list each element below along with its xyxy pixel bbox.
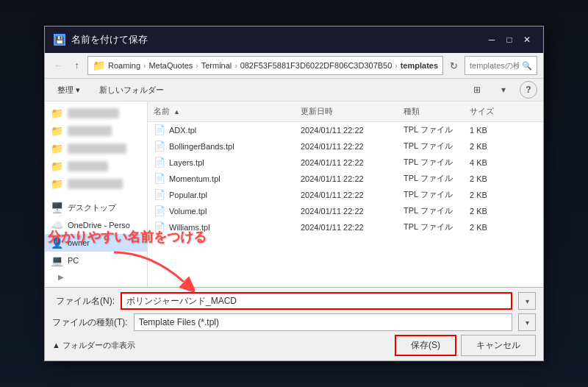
close-button[interactable]: ✕ (520, 32, 534, 47)
left-panel-blurred-5[interactable]: 📁 (45, 175, 147, 193)
refresh-button[interactable]: ↻ (446, 56, 462, 75)
dialog-icon: 💾 (54, 34, 65, 46)
file-icon-volume: 📄 (154, 205, 165, 216)
file-date-layers: 2024/01/11 22:22 (295, 158, 398, 167)
filename-input[interactable] (121, 292, 512, 310)
dialog-overlay: 💾 名前を付けて保存 ─ □ ✕ ← ↑ 📁 Roaming › MetaQuo… (0, 0, 588, 387)
action-toolbar: 整理 ▾ 新しいフォルダー ⊞ ▾ ? (45, 79, 543, 102)
file-icon-momentum: 📄 (154, 173, 165, 184)
pc-icon: 💻 (51, 255, 63, 266)
up-button[interactable]: ↑ (69, 57, 85, 74)
action-row: ▲ フォルダーの非表示 保存(S) キャンセル (52, 335, 536, 356)
sort-asc-icon: ▲ (173, 108, 180, 116)
action-buttons: 保存(S) キャンセル (395, 335, 536, 356)
folder-toggle-button[interactable]: ▲ フォルダーの非表示 (52, 340, 135, 351)
title-bar-controls: ─ □ ✕ (484, 32, 534, 47)
address-segment-id: 082F53F5881F3D6022DF806C3D307B50 (240, 61, 392, 70)
file-date-volume: 2024/01/11 22:22 (295, 207, 398, 216)
file-name-williams: 📄 Williams.tpl (148, 221, 295, 232)
sidebar-item-onedrive[interactable]: ☁️ OneDrive - Perso (45, 216, 147, 234)
minimize-button[interactable]: ─ (484, 32, 499, 47)
search-icon: 🔍 (522, 61, 532, 71)
file-row-momentum[interactable]: 📄 Momentum.tpl 2024/01/11 22:22 TPL ファイル… (148, 171, 543, 187)
file-icon-bollinger: 📄 (154, 141, 165, 152)
view-button[interactable]: ⊞ (467, 81, 487, 99)
file-size-layers: 4 KB (464, 158, 508, 167)
blurred-label (68, 143, 126, 154)
column-header-date[interactable]: 更新日時 (295, 104, 398, 118)
file-icon-williams: 📄 (154, 221, 165, 232)
filename-dropdown-button[interactable]: ▾ (518, 292, 536, 310)
folder-icon: 📁 (51, 125, 63, 137)
search-box[interactable]: 🔍 (465, 56, 537, 75)
save-button[interactable]: 保存(S) (395, 335, 456, 356)
back-button[interactable]: ← (51, 57, 66, 74)
blurred-label (68, 179, 123, 189)
left-panel-blurred-1[interactable]: 📁 (45, 104, 147, 122)
column-header-size[interactable]: サイズ (464, 104, 508, 118)
maximize-button[interactable]: □ (502, 32, 517, 47)
file-name-momentum: 📄 Momentum.tpl (148, 173, 295, 184)
new-folder-button[interactable]: 新しいフォルダー (93, 82, 171, 99)
left-panel-blurred-4[interactable]: 📁 (45, 157, 147, 175)
column-header-name[interactable]: 名前 ▲ (148, 104, 295, 118)
file-date-popular: 2024/01/11 22:22 (295, 191, 398, 199)
file-row-williams[interactable]: 📄 Williams.tpl 2024/01/11 22:22 TPL ファイル… (148, 219, 543, 235)
sidebar-item-desktop[interactable]: 🖥️ デスクトップ (45, 199, 147, 216)
filetype-select[interactable]: Template Files (*.tpl) (134, 313, 512, 331)
title-bar: 💾 名前を付けて保存 ─ □ ✕ (45, 26, 543, 53)
sidebar-item-owner[interactable]: 👤 owner (45, 234, 147, 252)
filename-label: ファイル名(N): (52, 295, 115, 308)
search-input[interactable] (470, 61, 519, 70)
file-date-adx: 2024/01/11 22:22 (295, 126, 398, 135)
file-date-bollinger: 2024/01/11 22:22 (295, 142, 398, 151)
navigation-toolbar: ← ↑ 📁 Roaming › MetaQuotes › Terminal › … (45, 53, 543, 79)
file-row-bollinger[interactable]: 📄 BollingerBands.tpl 2024/01/11 22:22 TP… (148, 138, 543, 155)
column-header-type[interactable]: 種類 (398, 104, 464, 118)
file-list-header: 名前 ▲ 更新日時 種類 サイズ (148, 102, 543, 122)
expand-pc-button[interactable]: ▶ (45, 269, 147, 284)
dialog-title: 名前を付けて保存 (71, 33, 148, 46)
file-icon-popular: 📄 (154, 189, 165, 200)
file-date-momentum: 2024/01/11 22:22 (295, 174, 398, 183)
file-icon-layers: 📄 (154, 157, 165, 168)
file-size-momentum: 2 KB (464, 174, 508, 183)
file-size-bollinger: 2 KB (464, 142, 508, 151)
left-panel-blurred-3[interactable]: 📁 (45, 140, 147, 157)
view-dropdown-button[interactable]: ▾ (493, 81, 514, 99)
address-segment-metaquotes: MetaQuotes (148, 61, 193, 70)
organize-button[interactable]: 整理 ▾ (51, 82, 87, 99)
file-row-popular[interactable]: 📄 Popular.tpl 2024/01/11 22:22 TPL ファイル … (148, 187, 543, 203)
folder-icon: 📁 (51, 160, 63, 172)
blurred-label (68, 161, 108, 171)
file-date-williams: 2024/01/11 22:22 (295, 223, 398, 232)
help-button[interactable]: ? (520, 81, 537, 99)
file-row-layers[interactable]: 📄 Layers.tpl 2024/01/11 22:22 TPL ファイル 4… (148, 155, 543, 171)
file-row-adx[interactable]: 📄 ADX.tpl 2024/01/11 22:22 TPL ファイル 1 KB (148, 122, 543, 138)
main-content: 📁 📁 📁 📁 📁 (45, 102, 543, 287)
cancel-button[interactable]: キャンセル (461, 335, 536, 356)
sidebar-item-label-pc: PC (68, 256, 79, 265)
filetype-row: ファイルの種類(T): Template Files (*.tpl) ▾ (52, 313, 536, 331)
desktop-icon: 🖥️ (51, 202, 63, 213)
blurred-label (68, 108, 119, 118)
file-name-volume: 📄 Volume.tpl (148, 205, 295, 216)
filetype-dropdown-button[interactable]: ▾ (518, 313, 536, 331)
sidebar-item-pc[interactable]: 💻 PC (45, 252, 147, 269)
file-type-volume: TPL ファイル (398, 205, 464, 216)
expand-icon: ▶ (58, 273, 64, 281)
file-name-popular: 📄 Popular.tpl (148, 189, 295, 200)
file-row-volume[interactable]: 📄 Volume.tpl 2024/01/11 22:22 TPL ファイル 2… (148, 203, 543, 219)
left-panel: 📁 📁 📁 📁 📁 (45, 102, 148, 287)
blurred-label (68, 126, 112, 136)
address-bar: 📁 Roaming › MetaQuotes › Terminal › 082F… (87, 56, 443, 75)
sidebar-item-label-owner: owner (68, 238, 90, 247)
owner-icon: 👤 (51, 237, 63, 249)
file-name-bollinger: 📄 BollingerBands.tpl (148, 141, 295, 152)
sidebar-item-label-onedrive: OneDrive - Perso (68, 221, 130, 230)
left-panel-blurred-2[interactable]: 📁 (45, 122, 147, 140)
address-segment-roaming: Roaming (108, 61, 140, 70)
title-bar-left: 💾 名前を付けて保存 (54, 33, 148, 46)
file-type-popular: TPL ファイル (398, 189, 464, 200)
folder-icon: 📁 (51, 178, 63, 190)
